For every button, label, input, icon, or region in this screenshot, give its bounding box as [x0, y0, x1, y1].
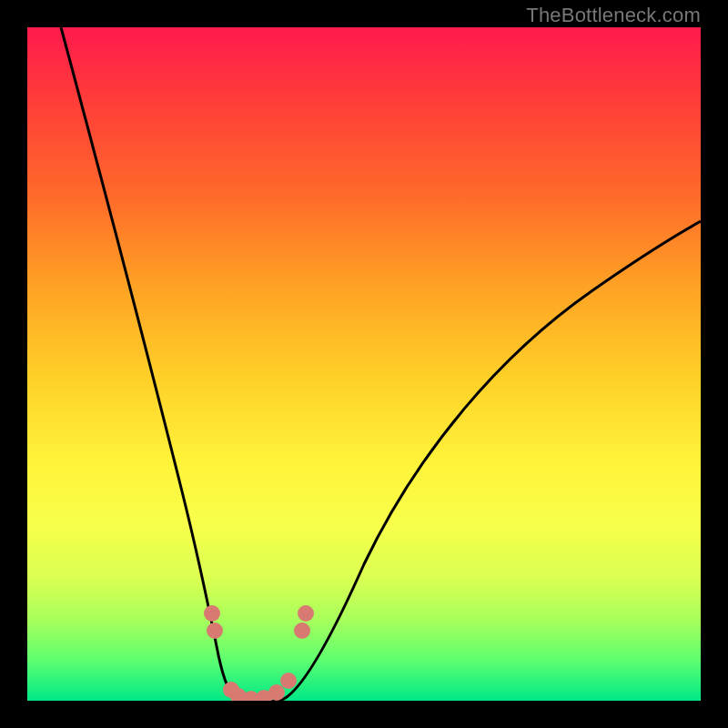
watermark-text: TheBottleneck.com [526, 4, 701, 27]
plot-background [27, 27, 701, 701]
chart-frame: TheBottleneck.com [0, 0, 728, 728]
